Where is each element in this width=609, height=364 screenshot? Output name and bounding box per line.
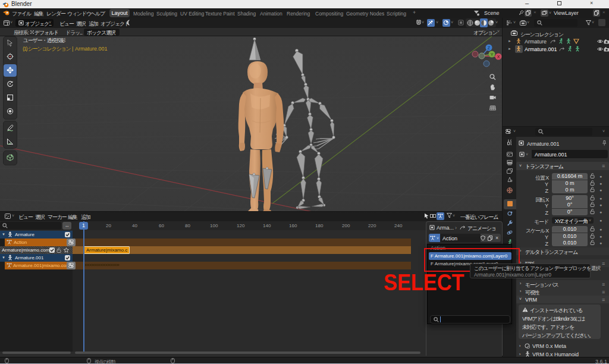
svg-text:X: X (497, 55, 500, 59)
svg-text:Y: Y (491, 52, 494, 57)
svg-text:Z: Z (488, 46, 491, 50)
